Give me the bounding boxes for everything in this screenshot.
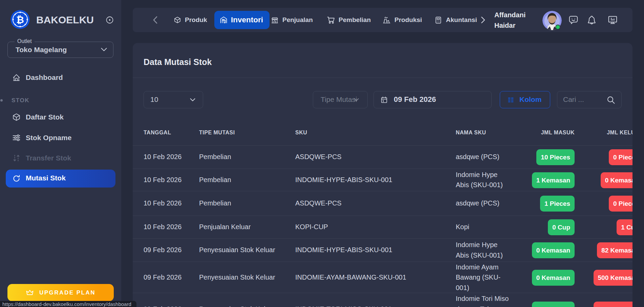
svg-text:₿: ₿ [16, 15, 24, 25]
